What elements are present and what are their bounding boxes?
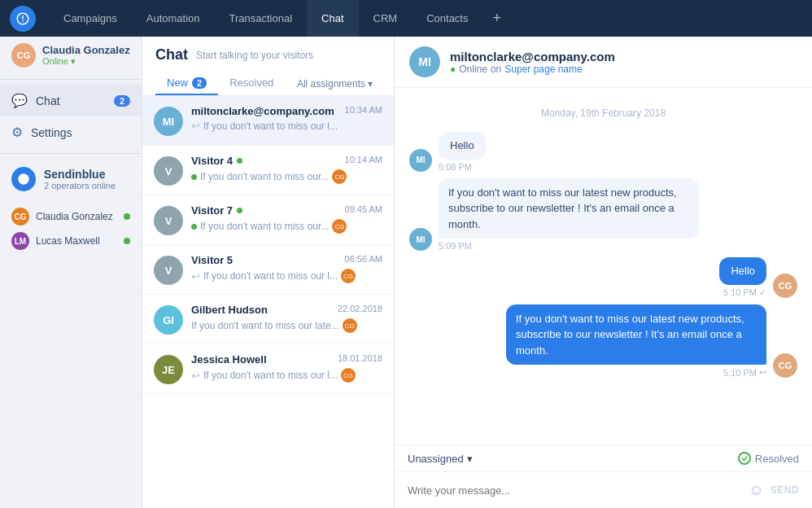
conv-header-2: Visitor 4 10:14 AM xyxy=(191,155,382,167)
preview-dot-3 xyxy=(191,224,197,230)
nav-campaigns[interactable]: Campaigns xyxy=(49,0,132,37)
conv-item-2[interactable]: V Visitor 4 10:14 AM If you don't want t… xyxy=(142,146,394,195)
nav-crm[interactable]: CRM xyxy=(359,0,413,37)
transfer-icon-4: ↩ xyxy=(191,270,200,282)
chat-footer: Unassigned ▾ Resolved ☺ SEND xyxy=(395,444,812,508)
nav-contacts[interactable]: Contacts xyxy=(412,0,482,37)
main-layout: CG Claudia Gonzalez Online ▾ 💬 Chat 2 ⚙ … xyxy=(0,37,812,508)
conv-item-6[interactable]: JE Jessica Howell 18.01.2018 ↩ If you do… xyxy=(142,344,394,394)
page-name-link[interactable]: Super page name xyxy=(504,64,582,75)
emoji-icon[interactable]: ☺ xyxy=(749,482,763,499)
conv-avatar-3: V xyxy=(154,206,183,235)
conv-body-1: miltonclarke@company.com 10:34 AM ↩ If y… xyxy=(191,105,382,132)
unassigned-dropdown[interactable]: Unassigned ▾ xyxy=(408,453,473,465)
status-dot-icon: ● xyxy=(450,64,456,75)
user-info: Claudia Gonzalez Online ▾ xyxy=(42,44,130,67)
conv-avatar-5: GI xyxy=(154,305,183,335)
sendinblue-info: Sendinblue 2 operators online xyxy=(44,168,116,190)
conv-operator-4: CG xyxy=(341,269,356,283)
checkmark-icon: ✓ xyxy=(759,287,766,298)
chat-header-status: ● Online on Super page name xyxy=(450,64,797,75)
sidebar-item-chat[interactable]: 💬 Chat 2 xyxy=(0,85,142,116)
msg-row-4: If you don't want to miss our latest new… xyxy=(409,304,797,379)
conv-time-3: 09:45 AM xyxy=(345,204,382,214)
msg-bubble-2: If you don't want to miss our latest new… xyxy=(439,178,699,239)
status-on-text: on xyxy=(491,64,501,75)
msg-group-1: Hello 5:08 PM xyxy=(439,132,486,172)
msg-group-2: If you don't want to miss our latest new… xyxy=(439,178,699,252)
chat-tabs: New 2 Resolved All assignments ▾ xyxy=(155,72,381,95)
conv-avatar-2: V xyxy=(154,156,183,186)
operator-lucas-name: Lucas Maxwell xyxy=(36,235,100,247)
chat-header-info: miltonclarke@company.com ● Online on Sup… xyxy=(450,50,797,75)
nav-automation[interactable]: Automation xyxy=(132,0,215,37)
conv-operator-6: CG xyxy=(341,368,356,383)
conv-preview-6: ↩ If you don't want to miss our l... CG xyxy=(191,368,382,383)
conv-time-6: 18.01.2018 xyxy=(338,353,382,363)
sidebar-settings-label: Settings xyxy=(31,126,72,139)
resolved-button[interactable]: Resolved xyxy=(738,452,799,465)
conv-operator-3: CG xyxy=(332,219,347,234)
operator-claudia[interactable]: CG Claudia Gonzalez xyxy=(11,204,130,229)
conv-name-5: Gilbert Hudson xyxy=(191,304,268,316)
conv-preview-4: ↩ If you don't want to miss our l... CG xyxy=(191,269,382,283)
msg-row-2: MI If you don't want to miss our latest … xyxy=(409,178,797,252)
chat-input-row: ☺ SEND xyxy=(395,472,812,508)
online-dot-3 xyxy=(237,208,242,213)
chat-panel-title: Chat xyxy=(155,46,188,64)
outgoing-avatar-4: CG xyxy=(773,353,797,378)
settings-icon: ⚙ xyxy=(11,125,23,140)
conv-item-5[interactable]: GI Gilbert Hudson 22.02.2018 If you don'… xyxy=(142,295,394,344)
tab-resolved[interactable]: Resolved xyxy=(218,72,285,95)
conv-avatar-6: JE xyxy=(154,355,183,384)
tab-new[interactable]: New 2 xyxy=(155,72,218,95)
logo[interactable] xyxy=(10,6,36,32)
nav-transactional[interactable]: Transactional xyxy=(215,0,308,37)
sidebar-item-settings[interactable]: ⚙ Settings xyxy=(0,116,142,148)
user-avatar: CG xyxy=(11,43,36,68)
conv-name-6: Jessica Howell xyxy=(191,353,267,366)
conv-header-6: Jessica Howell 18.01.2018 xyxy=(191,353,382,366)
msg-time-4: 5:10 PM ↩ xyxy=(723,367,766,378)
operator-claudia-avatar: CG xyxy=(11,208,29,226)
conv-body-5: Gilbert Hudson 22.02.2018 If you don't w… xyxy=(191,304,382,333)
send-button[interactable]: SEND xyxy=(771,484,799,496)
message-input[interactable] xyxy=(408,484,742,497)
operator-lucas[interactable]: LM Lucas Maxwell xyxy=(11,229,130,253)
msg-group-4: If you don't want to miss our latest new… xyxy=(506,304,766,379)
chat-badge: 2 xyxy=(114,95,130,107)
unassigned-chevron-icon: ▾ xyxy=(467,453,473,465)
chat-footer-top: Unassigned ▾ Resolved xyxy=(395,445,812,472)
all-assignments-dropdown[interactable]: All assignments ▾ xyxy=(289,73,381,94)
conv-header-3: Visitor 7 09:45 AM xyxy=(191,204,382,217)
nav-chat[interactable]: Chat xyxy=(307,0,358,37)
conv-preview-3: If you don't want to miss our... CG xyxy=(191,219,382,234)
msg-bubble-4: If you don't want to miss our latest new… xyxy=(506,304,766,366)
add-nav-icon[interactable]: + xyxy=(482,0,511,37)
conv-preview-2: If you don't want to miss our... CG xyxy=(191,169,382,184)
conv-body-3: Visitor 7 09:45 AM If you don't want to … xyxy=(191,204,382,234)
outgoing-avatar-3: CG xyxy=(773,274,797,298)
conv-item-1[interactable]: MI miltonclarke@company.com 10:34 AM ↩ I… xyxy=(142,96,394,146)
chat-list-panel: Chat Start talking to your visitors New … xyxy=(142,37,395,508)
conv-time-4: 06:56 AM xyxy=(345,254,382,264)
chat-main-area: MI miltonclarke@company.com ● Online on … xyxy=(395,37,812,508)
conv-body-6: Jessica Howell 18.01.2018 ↩ If you don't… xyxy=(191,353,382,383)
sendinblue-section[interactable]: Sendinblue 2 operators online xyxy=(0,159,142,199)
conv-avatar-1: MI xyxy=(154,107,183,136)
new-tab-badge: 2 xyxy=(192,77,207,89)
conv-name-1: miltonclarke@company.com xyxy=(191,105,334,117)
nav-items: Campaigns Automation Transactional Chat … xyxy=(49,0,482,37)
preview-dot-2 xyxy=(191,174,197,180)
sidebar-chat-label: Chat xyxy=(36,94,60,107)
conv-time-2: 10:14 AM xyxy=(345,155,382,164)
msg-avatar-2: MI xyxy=(409,228,432,251)
conv-item-4[interactable]: V Visitor 5 06:56 AM ↩ If you don't want… xyxy=(142,245,394,295)
sidebar-user-profile[interactable]: CG Claudia Gonzalez Online ▾ xyxy=(0,37,142,74)
msg-avatar-1: MI xyxy=(409,149,432,172)
conv-preview-5: If you don't want to miss our late... CG xyxy=(191,318,382,333)
msg-time-3: 5:10 PM ✓ xyxy=(723,287,766,298)
conv-item-3[interactable]: V Visitor 7 09:45 AM If you don't want t… xyxy=(142,195,394,245)
conv-header-1: miltonclarke@company.com 10:34 AM xyxy=(191,105,382,117)
resolved-label: Resolved xyxy=(755,453,799,465)
